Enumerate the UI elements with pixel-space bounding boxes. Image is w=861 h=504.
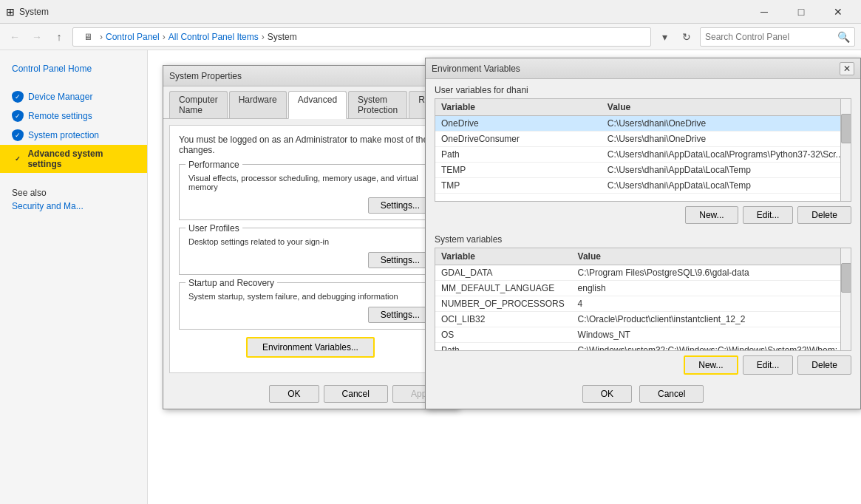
system-var-value: C:\Windows\system32;C:\Windows;C:\Window… [572, 343, 851, 352]
user-var-row[interactable]: TMPC:\Users\dhani\AppData\Local\Temp [435, 178, 851, 194]
system-delete-button[interactable]: Delete [797, 355, 851, 375]
title-bar: ⊞ System ─ □ ✕ [0, 0, 861, 24]
system-var-variable: OCI_LIB32 [435, 312, 572, 327]
system-var-variable: MM_DEFAULT_LANGUAGE [435, 281, 572, 296]
sys-var-col-value: Value [572, 248, 851, 265]
tab-hardware[interactable]: Hardware [229, 91, 287, 118]
user-delete-button[interactable]: Delete [797, 206, 851, 224]
up-button[interactable]: ↑ [50, 28, 68, 46]
sidebar-item-device-manager[interactable]: ✓ Device Manager [0, 87, 147, 106]
user-var-col-variable: Variable [435, 99, 602, 116]
user-scrollbar-thumb[interactable] [841, 114, 851, 143]
system-table-scrollbar[interactable] [840, 248, 851, 350]
shield-icon: ✓ [12, 91, 24, 103]
system-var-variable: NUMBER_OF_PROCESSORS [435, 296, 572, 312]
user-profiles-settings-button[interactable]: Settings... [368, 252, 432, 268]
sidebar-home[interactable]: Control Panel Home [0, 59, 147, 78]
refresh-button[interactable]: ↻ [678, 28, 695, 46]
dialog-overlay: System Properties ✕ Computer Name Hardwa… [148, 50, 861, 504]
user-table-scrollbar[interactable] [840, 99, 851, 201]
env-ok-button[interactable]: OK [582, 385, 632, 403]
tab-computer-name[interactable]: Computer Name [169, 91, 228, 118]
user-var-row[interactable]: PathC:\Users\dhani\AppData\Local\Program… [435, 147, 851, 163]
system-props-tabs: Computer Name Hardware Advanced System P… [163, 86, 457, 119]
system-props-title: System Properties [169, 71, 437, 81]
maximize-button[interactable]: □ [784, 0, 818, 24]
forward-button[interactable]: → [28, 28, 46, 46]
dropdown-button[interactable]: ▾ [656, 28, 673, 46]
system-scrollbar-thumb[interactable] [841, 263, 851, 293]
user-vars-table: Variable Value OneDriveC:\Users\dhani\On… [435, 99, 851, 194]
user-new-button[interactable]: New... [685, 206, 738, 224]
env-vars-close-button[interactable]: ✕ [840, 62, 854, 75]
ok-button[interactable]: OK [269, 385, 319, 403]
breadcrumb-control-panel[interactable]: Control Panel [106, 32, 160, 42]
startup-recovery-label: Startup and Recovery [186, 278, 277, 288]
system-var-row[interactable]: GDAL_DATAC:\Program Files\PostgreSQL\9.6… [435, 265, 851, 281]
user-var-row[interactable]: OneDriveConsumerC:\Users\dhani\OneDrive [435, 132, 851, 147]
window-controls: ─ □ ✕ [747, 0, 855, 24]
system-props-dialog: System Properties ✕ Computer Name Hardwa… [163, 65, 458, 409]
system-var-row[interactable]: OCI_LIB32C:\Oracle\Product\client\instan… [435, 312, 851, 327]
shield-icon: ✓ [12, 129, 24, 141]
search-box: 🔍 [700, 27, 855, 47]
breadcrumb-all-items[interactable]: All Control Panel Items [169, 32, 259, 42]
sidebar-item-label: Device Manager [28, 92, 92, 102]
cancel-button[interactable]: Cancel [324, 385, 388, 403]
sys-var-col-variable: Variable [435, 248, 572, 265]
user-var-col-value: Value [602, 99, 851, 116]
sidebar-item-remote-settings[interactable]: ✓ Remote settings [0, 106, 147, 126]
user-var-row[interactable]: OneDriveC:\Users\dhani\OneDrive [435, 116, 851, 132]
sidebar-divider [0, 78, 147, 87]
system-var-variable: GDAL_DATA [435, 265, 572, 281]
sidebar-item-label: System protection [28, 130, 99, 140]
user-var-value: C:\Users\dhani\OneDrive [602, 132, 851, 147]
tab-advanced[interactable]: Advanced [288, 91, 347, 119]
see-also-link[interactable]: Security and Ma... [12, 201, 135, 211]
window-title: System [19, 7, 747, 17]
window-icon: ⊞ [6, 6, 15, 18]
user-var-variable: Path [435, 147, 602, 163]
sidebar-item-advanced-settings[interactable]: ✓ Advanced system settings [0, 145, 147, 173]
search-input[interactable] [705, 32, 837, 42]
user-var-value: C:\Users\dhani\AppData\Local\Programs\Py… [602, 147, 851, 163]
system-var-row[interactable]: PathC:\Windows\system32;C:\Windows;C:\Wi… [435, 343, 851, 352]
env-vars-title-bar: Environment Variables ✕ [426, 58, 860, 79]
system-props-buttons: OK Cancel Apply [163, 379, 457, 409]
system-var-row[interactable]: NUMBER_OF_PROCESSORS4 [435, 296, 851, 312]
system-edit-button[interactable]: Edit... [743, 355, 794, 375]
user-var-variable: TMP [435, 178, 602, 194]
system-props-content: You must be logged on as an Administrato… [169, 125, 452, 373]
system-new-button[interactable]: New... [684, 355, 738, 375]
user-edit-button[interactable]: Edit... [743, 206, 794, 224]
env-vars-button[interactable]: Environment Variables... [246, 337, 375, 358]
admin-warning: You must be logged on as an Administrato… [179, 134, 442, 155]
see-also-label: See also [12, 188, 135, 198]
user-var-variable: OneDriveConsumer [435, 132, 602, 147]
user-var-row[interactable]: TEMPC:\Users\dhani\AppData\Local\Temp [435, 163, 851, 178]
performance-desc: Visual effects, processor scheduling, me… [188, 174, 432, 191]
env-vars-window: Environment Variables ✕ User variables f… [425, 58, 861, 409]
env-vars-bottom-buttons: OK Cancel [426, 379, 860, 409]
performance-settings-button[interactable]: Settings... [368, 197, 432, 214]
system-var-row[interactable]: OSWindows_NT [435, 327, 851, 343]
system-var-variable: OS [435, 327, 572, 343]
close-button[interactable]: ✕ [821, 0, 855, 24]
sidebar-item-system-protection[interactable]: ✓ System protection [0, 126, 147, 145]
content-area: View basic information about your comput… [148, 50, 861, 504]
system-var-value: english [572, 281, 851, 296]
shield-icon: ✓ [12, 153, 23, 165]
user-vars-section-label: User variables for dhani [426, 79, 860, 98]
back-button[interactable]: ← [6, 28, 24, 46]
system-var-row[interactable]: MM_DEFAULT_LANGUAGEenglish [435, 281, 851, 296]
startup-recovery-settings-button[interactable]: Settings... [368, 307, 432, 323]
performance-label: Performance [186, 160, 242, 170]
env-cancel-button[interactable]: Cancel [639, 385, 704, 403]
tab-system-protection[interactable]: System Protection [348, 91, 407, 118]
search-icon[interactable]: 🔍 [837, 31, 850, 43]
minimize-button[interactable]: ─ [747, 0, 781, 24]
user-vars-buttons: New... Edit... Delete [426, 202, 860, 228]
sidebar-item-label: Remote settings [28, 111, 92, 121]
startup-recovery-section: Startup and Recovery System startup, sys… [179, 282, 442, 330]
system-var-value: C:\Program Files\PostgreSQL\9.6\gdal-dat… [572, 265, 851, 281]
